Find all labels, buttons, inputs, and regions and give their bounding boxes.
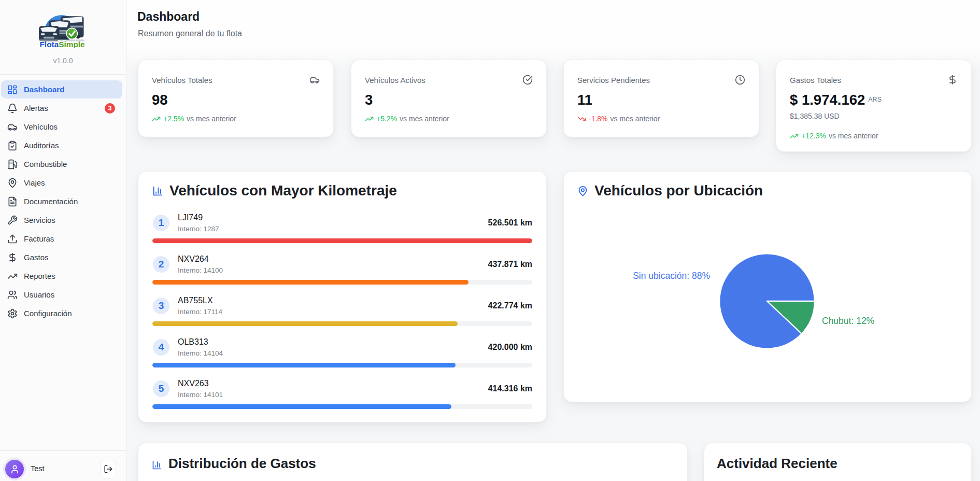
svg-text:FlotaSimple: FlotaSimple <box>39 40 84 48</box>
